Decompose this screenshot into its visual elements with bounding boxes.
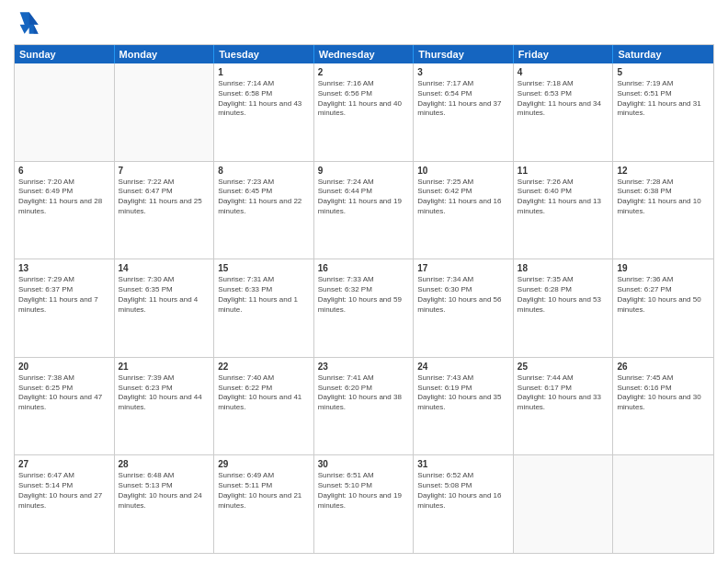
header-day-tuesday: Tuesday	[214, 45, 314, 63]
day-info: Sunrise: 7:28 AM Sunset: 6:38 PM Dayligh…	[617, 178, 710, 217]
calendar-day-28: 28Sunrise: 6:48 AM Sunset: 5:13 PM Dayli…	[115, 455, 215, 553]
calendar-day-3: 3Sunrise: 7:17 AM Sunset: 6:54 PM Daylig…	[414, 63, 514, 161]
day-info: Sunrise: 7:18 AM Sunset: 6:53 PM Dayligh…	[518, 79, 609, 119]
calendar-day-6: 6Sunrise: 7:20 AM Sunset: 6:49 PM Daylig…	[15, 162, 115, 259]
day-info: Sunrise: 7:26 AM Sunset: 6:40 PM Dayligh…	[518, 178, 609, 217]
calendar-day-30: 30Sunrise: 6:51 AM Sunset: 5:10 PM Dayli…	[314, 455, 415, 553]
day-info: Sunrise: 7:44 AM Sunset: 6:17 PM Dayligh…	[518, 373, 609, 413]
header-day-wednesday: Wednesday	[314, 45, 415, 63]
day-info: Sunrise: 7:20 AM Sunset: 6:49 PM Dayligh…	[18, 178, 110, 217]
day-number: 14	[119, 262, 210, 274]
day-info: Sunrise: 6:51 AM Sunset: 5:10 PM Dayligh…	[318, 471, 410, 511]
calendar-day-18: 18Sunrise: 7:35 AM Sunset: 6:28 PM Dayli…	[514, 259, 614, 357]
header-day-thursday: Thursday	[414, 45, 514, 63]
day-number: 11	[518, 165, 609, 177]
day-number: 31	[417, 458, 509, 470]
day-info: Sunrise: 6:52 AM Sunset: 5:08 PM Dayligh…	[417, 471, 509, 511]
calendar-day-21: 21Sunrise: 7:39 AM Sunset: 6:23 PM Dayli…	[115, 358, 215, 455]
calendar-day-8: 8Sunrise: 7:23 AM Sunset: 6:45 PM Daylig…	[214, 162, 314, 259]
day-number: 29	[218, 458, 310, 470]
calendar: SundayMondayTuesdayWednesdayThursdayFrid…	[14, 44, 714, 554]
calendar-row-1: 6Sunrise: 7:20 AM Sunset: 6:49 PM Daylig…	[15, 162, 713, 260]
day-info: Sunrise: 6:47 AM Sunset: 5:14 PM Dayligh…	[18, 471, 110, 511]
header-day-sunday: Sunday	[15, 45, 115, 63]
calendar-empty-cell	[115, 63, 215, 161]
day-number: 22	[218, 361, 310, 373]
day-info: Sunrise: 7:16 AM Sunset: 6:56 PM Dayligh…	[318, 79, 410, 119]
day-info: Sunrise: 7:23 AM Sunset: 6:45 PM Dayligh…	[218, 178, 310, 217]
calendar-day-2: 2Sunrise: 7:16 AM Sunset: 6:56 PM Daylig…	[314, 63, 415, 161]
day-number: 5	[617, 66, 710, 78]
calendar-day-10: 10Sunrise: 7:25 AM Sunset: 6:42 PM Dayli…	[414, 162, 514, 259]
calendar-row-2: 13Sunrise: 7:29 AM Sunset: 6:37 PM Dayli…	[15, 259, 713, 358]
calendar-header: SundayMondayTuesdayWednesdayThursdayFrid…	[15, 45, 713, 63]
calendar-day-9: 9Sunrise: 7:24 AM Sunset: 6:44 PM Daylig…	[314, 162, 415, 259]
day-number: 21	[119, 361, 210, 373]
day-info: Sunrise: 7:33 AM Sunset: 6:32 PM Dayligh…	[318, 275, 410, 315]
day-number: 1	[218, 66, 310, 78]
day-info: Sunrise: 7:34 AM Sunset: 6:30 PM Dayligh…	[417, 275, 509, 315]
calendar-day-25: 25Sunrise: 7:44 AM Sunset: 6:17 PM Dayli…	[514, 358, 614, 455]
day-number: 19	[617, 262, 710, 274]
calendar-day-11: 11Sunrise: 7:26 AM Sunset: 6:40 PM Dayli…	[514, 162, 614, 259]
calendar-row-3: 20Sunrise: 7:38 AM Sunset: 6:25 PM Dayli…	[15, 358, 713, 456]
calendar-day-23: 23Sunrise: 7:41 AM Sunset: 6:20 PM Dayli…	[314, 358, 415, 455]
calendar-empty-cell	[514, 455, 614, 553]
day-number: 15	[218, 262, 310, 274]
day-number: 10	[417, 165, 509, 177]
day-info: Sunrise: 7:25 AM Sunset: 6:42 PM Dayligh…	[417, 178, 509, 217]
day-number: 28	[119, 458, 210, 470]
day-number: 25	[518, 361, 609, 373]
header-day-friday: Friday	[514, 45, 614, 63]
calendar-row-4: 27Sunrise: 6:47 AM Sunset: 5:14 PM Dayli…	[15, 455, 713, 553]
day-info: Sunrise: 7:31 AM Sunset: 6:33 PM Dayligh…	[218, 275, 310, 315]
day-number: 17	[417, 262, 509, 274]
day-number: 24	[417, 361, 509, 373]
day-info: Sunrise: 7:14 AM Sunset: 6:58 PM Dayligh…	[218, 79, 310, 119]
day-info: Sunrise: 6:48 AM Sunset: 5:13 PM Dayligh…	[119, 471, 210, 511]
day-number: 4	[518, 66, 609, 78]
day-info: Sunrise: 6:49 AM Sunset: 5:11 PM Dayligh…	[218, 471, 310, 511]
calendar-day-19: 19Sunrise: 7:36 AM Sunset: 6:27 PM Dayli…	[613, 259, 713, 357]
day-number: 7	[119, 165, 210, 177]
day-number: 16	[318, 262, 410, 274]
calendar-day-15: 15Sunrise: 7:31 AM Sunset: 6:33 PM Dayli…	[214, 259, 314, 357]
header	[14, 9, 714, 37]
calendar-day-12: 12Sunrise: 7:28 AM Sunset: 6:38 PM Dayli…	[613, 162, 713, 259]
day-number: 26	[617, 361, 710, 373]
day-info: Sunrise: 7:19 AM Sunset: 6:51 PM Dayligh…	[617, 79, 710, 119]
day-number: 20	[18, 361, 110, 373]
day-number: 13	[18, 262, 110, 274]
calendar-day-20: 20Sunrise: 7:38 AM Sunset: 6:25 PM Dayli…	[15, 358, 115, 455]
calendar-day-29: 29Sunrise: 6:49 AM Sunset: 5:11 PM Dayli…	[214, 455, 314, 553]
header-day-monday: Monday	[115, 45, 215, 63]
calendar-empty-cell	[15, 63, 115, 161]
day-info: Sunrise: 7:39 AM Sunset: 6:23 PM Dayligh…	[119, 373, 210, 413]
day-number: 27	[18, 458, 110, 470]
calendar-day-5: 5Sunrise: 7:19 AM Sunset: 6:51 PM Daylig…	[613, 63, 713, 161]
day-info: Sunrise: 7:29 AM Sunset: 6:37 PM Dayligh…	[18, 275, 110, 315]
day-info: Sunrise: 7:17 AM Sunset: 6:54 PM Dayligh…	[417, 79, 509, 119]
calendar-day-4: 4Sunrise: 7:18 AM Sunset: 6:53 PM Daylig…	[514, 63, 614, 161]
day-info: Sunrise: 7:45 AM Sunset: 6:16 PM Dayligh…	[617, 373, 710, 413]
calendar-day-14: 14Sunrise: 7:30 AM Sunset: 6:35 PM Dayli…	[115, 259, 215, 357]
day-number: 30	[318, 458, 410, 470]
day-info: Sunrise: 7:30 AM Sunset: 6:35 PM Dayligh…	[119, 275, 210, 315]
calendar-empty-cell	[613, 455, 713, 553]
day-info: Sunrise: 7:43 AM Sunset: 6:19 PM Dayligh…	[417, 373, 509, 413]
day-info: Sunrise: 7:22 AM Sunset: 6:47 PM Dayligh…	[119, 178, 210, 217]
calendar-day-27: 27Sunrise: 6:47 AM Sunset: 5:14 PM Dayli…	[15, 455, 115, 553]
calendar-day-22: 22Sunrise: 7:40 AM Sunset: 6:22 PM Dayli…	[214, 358, 314, 455]
day-info: Sunrise: 7:36 AM Sunset: 6:27 PM Dayligh…	[617, 275, 710, 315]
calendar-day-16: 16Sunrise: 7:33 AM Sunset: 6:32 PM Dayli…	[314, 259, 415, 357]
calendar-day-17: 17Sunrise: 7:34 AM Sunset: 6:30 PM Dayli…	[414, 259, 514, 357]
day-number: 23	[318, 361, 410, 373]
day-info: Sunrise: 7:24 AM Sunset: 6:44 PM Dayligh…	[318, 178, 410, 217]
day-info: Sunrise: 7:40 AM Sunset: 6:22 PM Dayligh…	[218, 373, 310, 413]
calendar-day-24: 24Sunrise: 7:43 AM Sunset: 6:19 PM Dayli…	[414, 358, 514, 455]
calendar-day-7: 7Sunrise: 7:22 AM Sunset: 6:47 PM Daylig…	[115, 162, 215, 259]
day-number: 12	[617, 165, 710, 177]
calendar-page: SundayMondayTuesdayWednesdayThursdayFrid…	[0, 0, 728, 563]
calendar-day-31: 31Sunrise: 6:52 AM Sunset: 5:08 PM Dayli…	[414, 455, 514, 553]
logo	[14, 9, 45, 37]
